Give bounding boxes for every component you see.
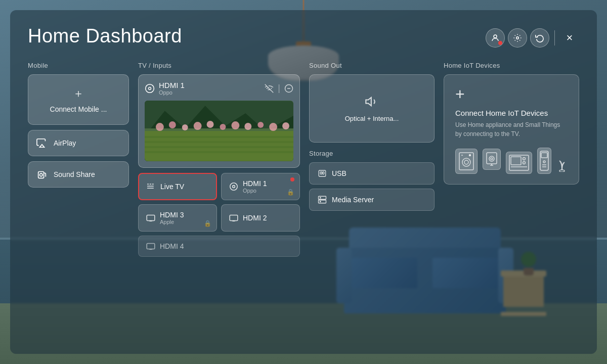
mobile-section-label: Mobile bbox=[28, 62, 129, 69]
svg-point-58 bbox=[469, 155, 471, 156]
iot-card[interactable]: + Connect Home IoT Devices Use Home appl… bbox=[444, 74, 579, 185]
svg-rect-49 bbox=[323, 172, 324, 174]
svg-rect-37 bbox=[147, 215, 155, 221]
connect-mobile-card[interactable]: ＋ Connect Mobile ... bbox=[28, 74, 129, 125]
svg-point-24 bbox=[220, 124, 226, 130]
svg-rect-15 bbox=[145, 136, 293, 138]
svg-point-35 bbox=[230, 183, 237, 190]
hdmi3-sub: Apple bbox=[160, 219, 184, 225]
airplay-icon bbox=[36, 138, 48, 149]
close-button[interactable]: × bbox=[560, 28, 579, 48]
tv-divider: | bbox=[278, 83, 280, 94]
input-live-tv[interactable]: Live TV bbox=[138, 173, 217, 200]
svg-marker-46 bbox=[366, 98, 371, 106]
svg-point-53 bbox=[320, 201, 321, 202]
sound-share-card[interactable]: Sound Share bbox=[28, 161, 129, 188]
svg-point-20 bbox=[169, 121, 176, 128]
sound-out-label: Optical + Interna... bbox=[345, 115, 399, 122]
user-button[interactable] bbox=[486, 28, 505, 48]
hdmi3-label: HDMI 3 bbox=[160, 211, 184, 219]
refresh-button[interactable] bbox=[530, 28, 549, 48]
hdmi3-icon bbox=[146, 214, 156, 221]
connect-mobile-label: Connect Mobile ... bbox=[50, 105, 107, 113]
storage-section: Storage USB Medi bbox=[309, 150, 435, 211]
live-tv-icon bbox=[146, 183, 156, 191]
landscape-svg bbox=[145, 101, 293, 161]
svg-point-4 bbox=[39, 173, 42, 176]
header-divider bbox=[554, 30, 555, 46]
sound-share-icon bbox=[36, 169, 48, 180]
sound-section-label: Sound Out bbox=[309, 62, 435, 69]
mobile-section: Mobile ＋ Connect Mobile ... AirPlay bbox=[28, 62, 129, 193]
svg-rect-47 bbox=[319, 170, 326, 176]
svg-point-55 bbox=[462, 158, 470, 166]
svg-point-27 bbox=[257, 122, 264, 128]
media-server-card[interactable]: Media Server bbox=[309, 189, 435, 211]
svg-rect-48 bbox=[320, 172, 322, 174]
hdmi2-icon bbox=[229, 214, 239, 221]
svg-point-29 bbox=[282, 122, 289, 129]
svg-rect-40 bbox=[230, 215, 238, 221]
svg-rect-18 bbox=[145, 151, 293, 153]
sound-section: Sound Out Optical + Interna... Storage bbox=[309, 62, 435, 215]
plus-icon: ＋ bbox=[73, 86, 84, 101]
svg-point-36 bbox=[233, 186, 235, 188]
svg-marker-2 bbox=[39, 145, 44, 148]
svg-point-56 bbox=[464, 160, 468, 164]
svg-point-28 bbox=[269, 123, 277, 131]
input-grid: Live TV HDMI 1 Oppo bbox=[138, 173, 300, 257]
storage-section-label: Storage bbox=[309, 150, 435, 157]
hdmi4-label: HDMI 4 bbox=[160, 242, 184, 250]
iot-plus-icon: + bbox=[455, 85, 568, 104]
live-tv-label: Live TV bbox=[160, 183, 184, 191]
current-input-sub: Oppo bbox=[159, 89, 185, 96]
speaker-icon bbox=[365, 95, 379, 109]
svg-point-6 bbox=[149, 87, 151, 89]
svg-point-19 bbox=[156, 123, 164, 131]
tv-section: TV / Inputs HDMI 1 Oppo bbox=[138, 62, 300, 257]
media-server-icon bbox=[318, 195, 327, 204]
airplay-card[interactable]: AirPlay bbox=[28, 130, 129, 156]
svg-rect-3 bbox=[38, 172, 44, 178]
svg-point-1 bbox=[516, 37, 519, 39]
svg-rect-43 bbox=[147, 244, 155, 249]
input-hdmi4[interactable]: HDMI 4 bbox=[138, 236, 300, 257]
svg-point-66 bbox=[523, 158, 526, 160]
sound-out-card[interactable]: Optical + Interna... bbox=[309, 74, 435, 143]
svg-point-74 bbox=[559, 170, 565, 172]
remove-button[interactable] bbox=[284, 84, 293, 93]
hdmi1-icon bbox=[229, 183, 239, 191]
svg-point-61 bbox=[491, 158, 493, 160]
svg-point-25 bbox=[231, 121, 239, 129]
no-signal-button[interactable] bbox=[265, 84, 274, 93]
tv-main-controls: | bbox=[265, 83, 293, 94]
svg-rect-16 bbox=[145, 141, 293, 143]
tv-section-label: TV / Inputs bbox=[138, 62, 300, 69]
iot-desc: Use Home appliance and Small Things by c… bbox=[455, 120, 568, 139]
hdmi1-red-badge bbox=[290, 177, 294, 181]
svg-rect-59 bbox=[487, 153, 497, 164]
input-hdmi3[interactable]: HDMI 3 Apple 🔒 bbox=[138, 204, 217, 232]
svg-point-71 bbox=[543, 161, 545, 163]
disc-icon bbox=[145, 83, 155, 94]
camera-device-icon bbox=[483, 149, 501, 170]
svg-rect-17 bbox=[145, 146, 293, 148]
iot-section-label: Home IoT Devices bbox=[444, 62, 579, 69]
svg-point-60 bbox=[489, 156, 494, 161]
hdmi4-icon bbox=[146, 243, 156, 250]
usb-card[interactable]: USB bbox=[309, 162, 435, 185]
remote-device-icon bbox=[537, 148, 551, 174]
svg-point-67 bbox=[523, 162, 526, 164]
washer-device-icon bbox=[455, 149, 478, 174]
hdmi3-lock: 🔒 bbox=[204, 220, 211, 227]
plant-device-icon bbox=[556, 156, 568, 172]
usb-label: USB bbox=[332, 169, 346, 177]
svg-rect-64 bbox=[509, 155, 529, 170]
input-hdmi2[interactable]: HDMI 2 bbox=[221, 204, 300, 232]
airplay-label: AirPlay bbox=[54, 139, 76, 147]
settings-button[interactable] bbox=[508, 28, 527, 48]
current-input-name: HDMI 1 bbox=[159, 81, 185, 89]
page-title: Home Dashboard bbox=[28, 25, 182, 47]
input-hdmi1[interactable]: HDMI 1 Oppo 🔒 bbox=[221, 173, 300, 200]
svg-point-26 bbox=[244, 123, 251, 130]
